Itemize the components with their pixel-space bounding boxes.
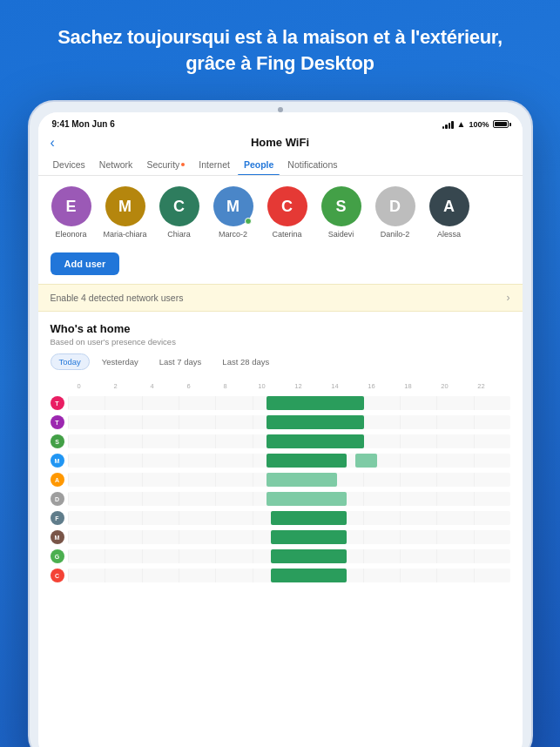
row-avatar-0: T (51, 396, 64, 410)
row-avatar-2: S (51, 434, 64, 448)
row-bar (267, 434, 364, 448)
who-subtitle: Based on user's presence devices (51, 337, 510, 347)
enable-banner-text: Enable 4 detected network users (51, 293, 184, 303)
row-bar (267, 454, 346, 468)
row-timeline-7 (68, 530, 510, 544)
header-section: Sachez toujoursqui est à la maison et à … (0, 0, 560, 91)
person-name-6: Danilo-2 (381, 230, 410, 239)
person-avatar-2: C (159, 186, 199, 226)
person-item-6[interactable]: DDanilo-2 (373, 186, 418, 239)
wifi-icon: ▲ (457, 119, 466, 129)
person-avatar-5: S (321, 186, 361, 226)
nav-title: Home WiFi (251, 136, 309, 149)
battery-icon (493, 120, 509, 128)
battery-text: 100% (469, 120, 489, 129)
row-timeline-3 (68, 454, 510, 468)
time-label: 8 (218, 382, 233, 390)
status-bar: 9:41 Mon Jun 6 ▲ 100% (38, 112, 523, 132)
device-frame: 9:41 Mon Jun 6 ▲ 100% ‹ Home WiFi (28, 100, 533, 747)
row-avatar-3: M (51, 454, 64, 468)
who-title: Who's at home (51, 322, 510, 335)
person-name-4: Caterina (272, 230, 301, 239)
row-timeline-2 (68, 434, 510, 448)
enable-banner[interactable]: Enable 4 detected network users › (38, 284, 523, 312)
time-label: 20 (437, 382, 453, 390)
time-label: 16 (364, 382, 380, 390)
chart-row-4: A (51, 472, 510, 488)
time-axis: 0246810121416182022 (51, 382, 510, 394)
row-bar (271, 530, 346, 544)
time-label: 10 (254, 382, 270, 390)
time-label: 6 (181, 382, 197, 390)
time-tab-2[interactable]: Last 7 days (151, 353, 211, 370)
tab-people[interactable]: People (238, 154, 280, 175)
chart-row-8: G (51, 548, 510, 564)
add-user-section: Add user (38, 246, 523, 282)
screen: 9:41 Mon Jun 6 ▲ 100% ‹ Home WiFi (38, 112, 523, 747)
time-label: 0 (71, 382, 87, 390)
row-bar (271, 511, 346, 525)
row-bar (267, 396, 364, 410)
person-item-1[interactable]: MMaria-chiara (103, 186, 148, 239)
person-item-3[interactable]: MMarco-2 (211, 186, 256, 239)
status-time: 9:41 Mon Jun 6 (52, 119, 115, 129)
person-avatar-0: E (51, 186, 91, 226)
time-tab-3[interactable]: Last 28 days (213, 353, 278, 370)
row-avatar-7: M (51, 530, 64, 544)
time-tabs: TodayYesterdayLast 7 daysLast 28 days (51, 353, 510, 370)
chart-row-5: D (51, 491, 510, 507)
row-timeline-0 (68, 396, 510, 410)
chart-row-7: M (51, 529, 510, 545)
row-avatar-6: F (51, 511, 64, 525)
chart-row-1: T (51, 414, 510, 430)
row-avatar-4: A (51, 473, 64, 487)
person-item-5[interactable]: SSaidevi (319, 186, 364, 239)
person-avatar-1: M (105, 186, 145, 226)
security-dot (181, 163, 185, 166)
time-label: 22 (474, 382, 489, 390)
row-bar (267, 492, 346, 506)
chevron-right-icon: › (507, 292, 510, 304)
person-item-4[interactable]: CCaterina (265, 186, 310, 239)
tab-devices[interactable]: Devices (47, 154, 91, 175)
row-timeline-6 (68, 511, 510, 525)
tab-security[interactable]: Security (140, 154, 191, 175)
person-avatar-7: A (429, 186, 469, 226)
person-name-7: Alessa (437, 230, 461, 239)
person-avatar-3: M (213, 186, 253, 226)
row-bar (355, 454, 377, 468)
person-name-1: Maria-chiara (103, 230, 146, 239)
who-at-home-section: Who's at home Based on user's presence d… (38, 313, 523, 382)
add-user-button[interactable]: Add user (51, 252, 120, 275)
row-avatar-5: D (51, 492, 64, 506)
row-bar (271, 569, 346, 582)
chart-row-2: S (51, 434, 510, 449)
time-label: 18 (401, 382, 416, 390)
tab-internet[interactable]: Internet (192, 154, 236, 175)
status-icons: ▲ 100% (442, 119, 509, 129)
person-item-7[interactable]: AAlessa (427, 186, 472, 239)
tab-notifications[interactable]: Notifications (281, 154, 343, 175)
row-avatar-8: G (51, 549, 64, 563)
back-button[interactable]: ‹ (51, 135, 55, 151)
time-tab-0[interactable]: Today (51, 353, 90, 370)
time-tab-1[interactable]: Yesterday (93, 353, 147, 370)
tab-network[interactable]: Network (93, 154, 139, 175)
person-item-2[interactable]: CChiara (157, 186, 202, 239)
row-bar (267, 415, 364, 429)
row-avatar-9: C (51, 569, 64, 582)
person-avatar-4: C (267, 186, 307, 226)
timeline-chart: 0246810121416182022 TTSMADFMGC (38, 382, 523, 592)
tabs-bar: Devices Network Security Internet People… (38, 154, 523, 176)
person-avatar-6: D (375, 186, 415, 226)
person-name-5: Saidevi (328, 230, 354, 239)
chart-row-0: T (51, 395, 510, 411)
chart-rows: TTSMADFMGC (51, 395, 510, 583)
time-label: 12 (291, 382, 307, 390)
person-item-0[interactable]: EEleonora (49, 186, 94, 239)
row-avatar-1: T (51, 415, 64, 429)
camera-dot (278, 107, 283, 112)
people-scroll: EEleonoraMMaria-chiaraCChiaraMMarco-2CCa… (38, 176, 523, 246)
row-timeline-9 (68, 569, 510, 582)
row-timeline-5 (68, 492, 510, 506)
